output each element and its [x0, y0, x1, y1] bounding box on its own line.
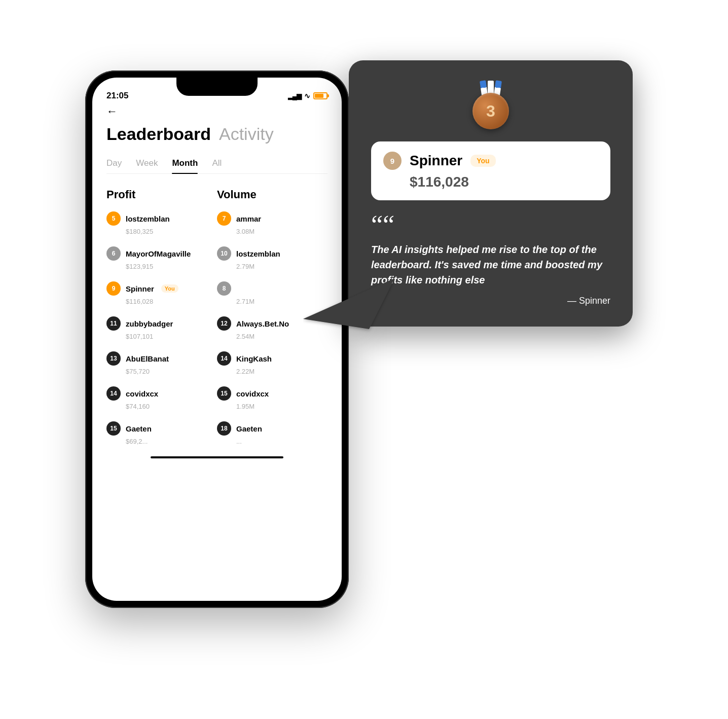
rank-badge: 13 — [106, 351, 121, 366]
quote-author: — Spinner — [371, 296, 610, 306]
table-row: 6 MayorOfMagaville $123,915 10 lostzembl… — [106, 246, 327, 270]
user-row: 9 Spinner You — [106, 281, 217, 296]
signal-icon: ▂▄▆ — [288, 92, 301, 100]
title-row: Leaderboard Activity — [106, 124, 327, 144]
status-icons: ▂▄▆ ∿ — [288, 92, 327, 100]
username: MayorOfMagaville — [126, 249, 191, 258]
user-row: 14 KingKash — [217, 351, 327, 366]
user-row: 6 MayorOfMagaville — [106, 246, 217, 261]
rank-badge: 7 — [217, 211, 231, 226]
rank-badge: 11 — [106, 316, 121, 331]
col-profit: Profit — [106, 188, 217, 201]
rank-badge: 14 — [217, 351, 231, 366]
volume-value: 2.22M — [236, 368, 327, 375]
user-row: 5 lostzemblan — [106, 211, 217, 226]
screen-content: ← Leaderboard Activity Day Week Month Al… — [92, 105, 342, 593]
phone-mockup: 21:05 ▂▄▆ ∿ ← Leaderboard Activity — [85, 70, 349, 608]
user-card: 9 Spinner You $116,028 — [371, 141, 610, 200]
user-row: 13 AbuElBanat — [106, 351, 217, 366]
tab-day[interactable]: Day — [106, 158, 122, 173]
profit-value: $180,325 — [126, 228, 217, 235]
volume-value: 2.71M — [236, 298, 327, 305]
volume-value: 1.95M — [236, 403, 327, 410]
volume-value: 2.79M — [236, 263, 327, 270]
column-headers: Profit Volume — [106, 188, 327, 201]
rank-badge: 15 — [106, 421, 121, 436]
tab-all[interactable]: All — [212, 158, 222, 173]
rank-badge: 5 — [106, 211, 121, 226]
username: KingKash — [236, 354, 272, 363]
rank-badge: 6 — [106, 246, 121, 261]
profit-entry-6: 14 covidxcx $74,160 — [106, 386, 217, 410]
wifi-icon: ∿ — [304, 92, 310, 100]
rank-badge: 10 — [217, 246, 231, 261]
volume-entry-4: 12 Always.Bet.No 2.54M — [217, 316, 327, 340]
username: lostzemblan — [126, 214, 170, 223]
table-row: 5 lostzemblan $180,325 7 ammar 3.08M — [106, 211, 327, 235]
table-row: 13 AbuElBanat $75,720 14 KingKash 2.22M — [106, 351, 327, 375]
quote-mark: ““ — [371, 214, 610, 236]
tab-month[interactable]: Month — [172, 158, 198, 173]
table-row: 15 Gaeten $69,2... 18 Gaeten ... — [106, 421, 327, 445]
scroll-indicator — [151, 456, 283, 458]
battery-icon — [313, 92, 327, 99]
user-card-you-badge: You — [470, 155, 495, 167]
user-row: 12 Always.Bet.No — [217, 316, 327, 331]
user-row: 10 lostzemblan — [217, 246, 327, 261]
table-row: 14 covidxcx $74,160 15 covidxcx 1.95M — [106, 386, 327, 410]
bronze-medal: 3 — [472, 81, 509, 129]
medal-container: 3 — [371, 81, 610, 129]
rank-badge: 12 — [217, 316, 231, 331]
username-spinner: Spinner — [126, 284, 154, 293]
username: Gaeten — [126, 424, 152, 433]
profit-entry-4: 11 zubbybadger $107,101 — [106, 316, 217, 340]
profit-entry-spinner: 9 Spinner You $116,028 — [106, 281, 217, 305]
rank-badge: 15 — [217, 386, 231, 401]
user-row: 15 covidxcx — [217, 386, 327, 401]
volume-entry-6: 15 covidxcx 1.95M — [217, 386, 327, 410]
rank-badge: 8 — [217, 281, 231, 296]
rank-badge: 14 — [106, 386, 121, 401]
user-card-row: 9 Spinner You — [383, 152, 598, 170]
user-row: 7 ammar — [217, 211, 327, 226]
user-card-amount: $116,028 — [410, 174, 598, 190]
username: covidxcx — [236, 389, 269, 398]
phone-notch — [176, 78, 258, 96]
profit-entry-1: 5 lostzemblan $180,325 — [106, 211, 217, 235]
col-volume: Volume — [217, 188, 327, 201]
profit-entry-7: 15 Gaeten $69,2... — [106, 421, 217, 445]
phone-screen: 21:05 ▂▄▆ ∿ ← Leaderboard Activity — [92, 78, 342, 601]
title-activity: Activity — [219, 124, 274, 144]
username: lostzemblan — [236, 249, 280, 258]
tooltip-card: 3 9 Spinner You $116,028 ““ The AI insig… — [349, 60, 633, 327]
medal-number: 3 — [472, 93, 509, 129]
scene: 21:05 ▂▄▆ ∿ ← Leaderboard Activity — [85, 30, 643, 689]
profit-value-spinner: $116,028 — [126, 298, 217, 305]
status-time: 21:05 — [106, 91, 128, 101]
volume-entry-1: 7 ammar 3.08M — [217, 211, 327, 235]
profit-value: $107,101 — [126, 333, 217, 340]
tab-week[interactable]: Week — [136, 158, 158, 173]
profit-value: $69,2... — [126, 438, 217, 445]
volume-value: ... — [236, 438, 327, 445]
profit-value: $123,915 — [126, 263, 217, 270]
table-row: 11 zubbybadger $107,101 12 Always.Bet.No… — [106, 316, 327, 340]
profit-entry-5: 13 AbuElBanat $75,720 — [106, 351, 217, 375]
user-card-name: Spinner — [410, 153, 462, 169]
user-row: 18 Gaeten — [217, 421, 327, 436]
user-row: 8 — [217, 281, 327, 296]
rank-badge-spinner: 9 — [106, 281, 121, 296]
user-row: 14 covidxcx — [106, 386, 217, 401]
username: Gaeten — [236, 424, 262, 433]
username: AbuElBanat — [126, 354, 169, 363]
profit-value: $74,160 — [126, 403, 217, 410]
table-row-spinner: 9 Spinner You $116,028 8 2.71M — [106, 281, 327, 305]
quote-text: The AI insights helped me rise to the to… — [371, 242, 610, 287]
profit-value: $75,720 — [126, 368, 217, 375]
username: ammar — [236, 214, 261, 223]
you-badge: You — [161, 284, 178, 293]
rank-badge: 18 — [217, 421, 231, 436]
profit-entry-2: 6 MayorOfMagaville $123,915 — [106, 246, 217, 270]
back-button[interactable]: ← — [106, 105, 327, 118]
user-card-rank: 9 — [383, 152, 402, 170]
